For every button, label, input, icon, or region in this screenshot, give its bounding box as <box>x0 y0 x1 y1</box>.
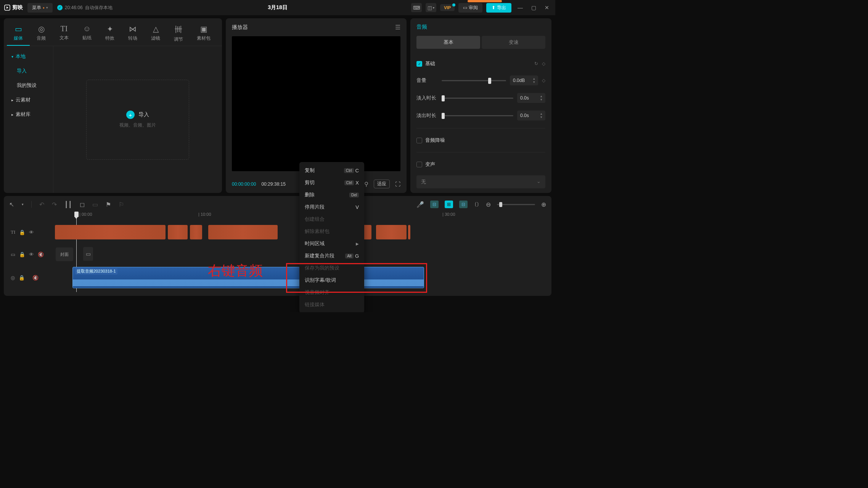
fadeout-value[interactable]: 0.0s▴▾ <box>517 111 545 120</box>
svg-marker-1 <box>6 6 8 9</box>
volume-keyframe[interactable]: ◇ <box>542 78 545 83</box>
cover-thumb[interactable]: 封面 <box>56 247 73 261</box>
hamburger-icon[interactable]: ☰ <box>395 24 400 31</box>
lock-icon[interactable]: 🔒 <box>19 230 25 235</box>
snap-chip-3[interactable]: ⊟ <box>459 201 468 208</box>
volume-value[interactable]: 0.0dB▴▾ <box>510 75 538 85</box>
menu-button[interactable]: 菜单 ● ▾ <box>27 3 53 13</box>
layout-icon[interactable]: ◫▾ <box>426 3 436 12</box>
volume-slider[interactable] <box>442 80 506 81</box>
prop-tab-basic[interactable]: 基本 <box>416 36 480 49</box>
text-clip[interactable] <box>408 225 410 239</box>
player-title: 播放器 <box>232 24 248 31</box>
media-sidebar: ▾本地 导入 我的预设 ▸云素材 ▸素材库 <box>4 46 53 193</box>
visibility-icon[interactable]: 👁 <box>29 252 34 257</box>
import-dropzone[interactable]: + 导入 视频、音频、图片 <box>53 46 222 193</box>
tab-audio[interactable]: ◎音频 <box>30 21 53 46</box>
text-clip[interactable] <box>190 225 202 239</box>
snap-chip-2[interactable]: ⊞ <box>445 201 453 208</box>
media-tab-bar: ▭媒体 ◎音频 TI文本 ☺贴纸 ✦特效 ⋈转场 △滤镜 卌调节 ▣素材包 <box>4 18 222 46</box>
snap-chip-1[interactable]: ⊟ <box>430 201 439 208</box>
tab-adjust[interactable]: 卌调节 <box>167 21 190 46</box>
reset-icon[interactable]: ↻ <box>534 61 538 66</box>
timecode-duration: 00:29:38:15 <box>261 181 285 187</box>
tab-effect[interactable]: ✦特效 <box>98 21 121 46</box>
timeline-toolbar: ↖ ▾ ↶ ↷ ┃┃ ◻ ▭ ⚑ ⚐ 🎤 ⊟ ⊞ ⊟ ⟮⟯ ⊖ ⊕ <box>4 199 551 212</box>
ctx-disable[interactable]: 停用片段V <box>299 201 364 213</box>
fadein-slider[interactable] <box>442 98 513 99</box>
sidebar-import[interactable]: 导入 <box>4 64 53 78</box>
player-viewport[interactable] <box>232 36 400 171</box>
ctx-timerange[interactable]: 时间区域▶ <box>299 238 364 250</box>
import-hint: 视频、音频、图片 <box>119 122 156 128</box>
export-icon: ⬆ <box>492 5 495 10</box>
voice-checkbox[interactable] <box>416 162 422 167</box>
ctx-recognize-subtitle[interactable]: 识别字幕/歌词 <box>299 274 364 286</box>
split-tool[interactable]: ┃┃ <box>64 201 72 208</box>
lock-icon[interactable]: 🔒 <box>19 275 25 281</box>
sidebar-presets[interactable]: 我的预设 <box>4 78 53 93</box>
keyboard-icon[interactable]: ⌨ <box>411 3 422 12</box>
redo-button[interactable]: ↷ <box>52 201 57 208</box>
mute-icon[interactable]: 🔇 <box>38 252 44 257</box>
tab-package[interactable]: ▣素材包 <box>190 21 217 46</box>
mute-icon[interactable]: 🔇 <box>32 275 39 281</box>
package-icon: ▣ <box>200 24 207 34</box>
vip-button[interactable]: VIP <box>440 4 455 11</box>
mic-icon[interactable]: 🎤 <box>416 201 424 208</box>
sidebar-library[interactable]: ▸素材库 <box>4 107 53 122</box>
video-placeholder[interactable]: ▭ <box>83 247 93 261</box>
ctx-compound[interactable]: 新建复合片段AltG <box>299 250 364 262</box>
sidebar-local[interactable]: ▾本地 <box>4 49 53 64</box>
marker-tool[interactable]: ⚑ <box>106 201 111 208</box>
audio-icon: ◎ <box>38 24 45 34</box>
prop-tab-speed[interactable]: 变速 <box>482 36 545 49</box>
crop-tool[interactable]: ◻ <box>80 201 85 208</box>
delete-tool[interactable]: ▭ <box>92 201 98 208</box>
basic-checkbox[interactable]: ✓ <box>416 61 422 67</box>
ctx-copy[interactable]: 复制CtrlC <box>299 164 364 177</box>
ctx-cut[interactable]: 剪切CtrlX <box>299 177 364 189</box>
text-clip[interactable] <box>168 225 188 239</box>
marker2-tool[interactable]: ⚐ <box>119 201 124 208</box>
audio-clip[interactable]: 提取音频20230318-1 <box>72 267 424 288</box>
sidebar-cloud[interactable]: ▸云素材 <box>4 93 53 107</box>
fullscreen-icon[interactable]: ⛶ <box>395 181 400 187</box>
undo-button[interactable]: ↶ <box>39 201 44 208</box>
ctx-delete[interactable]: 删除Del <box>299 189 364 201</box>
visibility-icon[interactable]: 👁 <box>29 230 34 235</box>
text-clip[interactable] <box>55 225 166 239</box>
maximize-button[interactable]: ▢ <box>529 5 538 11</box>
zoom-icon[interactable]: ⚲ <box>364 181 368 188</box>
noise-checkbox[interactable] <box>416 138 422 143</box>
tab-media[interactable]: ▭媒体 <box>7 21 30 46</box>
export-button[interactable]: ⬆ 导出 <box>486 3 511 13</box>
text-clip[interactable] <box>376 225 407 239</box>
align-icon[interactable]: ⟮⟯ <box>474 201 480 208</box>
ctx-avalign: 视音频对齐 <box>299 286 364 299</box>
pointer-dropdown[interactable]: ▾ <box>22 202 24 206</box>
pointer-tool[interactable]: ↖ <box>9 201 14 208</box>
video-track: ▭ 🔒 👁 🔇 封面 ▭ <box>4 245 551 264</box>
lock-icon[interactable]: 🔒 <box>19 252 25 257</box>
fit-button[interactable]: 适应 <box>374 180 390 188</box>
close-button[interactable]: ✕ <box>542 5 551 11</box>
zoom-in-icon[interactable]: ⊕ <box>541 201 546 208</box>
zoom-out-icon[interactable]: ⊖ <box>486 201 491 208</box>
tab-text[interactable]: TI文本 <box>53 21 76 46</box>
audio-track: ◎ 🔒 🔇 提取音频20230318-1 <box>4 267 551 288</box>
check-icon: ✓ <box>57 5 63 10</box>
voice-select[interactable]: 无 ⌄ <box>416 175 545 188</box>
properties-title: 音频 <box>410 18 551 36</box>
review-button[interactable]: ▭ 审阅 <box>458 3 482 13</box>
fadein-value[interactable]: 0.0s▴▾ <box>517 93 545 103</box>
zoom-slider[interactable] <box>497 204 535 205</box>
tab-sticker[interactable]: ☺贴纸 <box>76 21 98 46</box>
keyframe-icon[interactable]: ◇ <box>542 61 545 66</box>
tab-filter[interactable]: △滤镜 <box>144 21 167 46</box>
transition-icon: ⋈ <box>129 24 137 34</box>
text-clip[interactable] <box>208 225 278 239</box>
minimize-button[interactable]: — <box>515 5 525 11</box>
tab-transition[interactable]: ⋈转场 <box>121 21 144 46</box>
fadeout-slider[interactable] <box>442 115 513 116</box>
